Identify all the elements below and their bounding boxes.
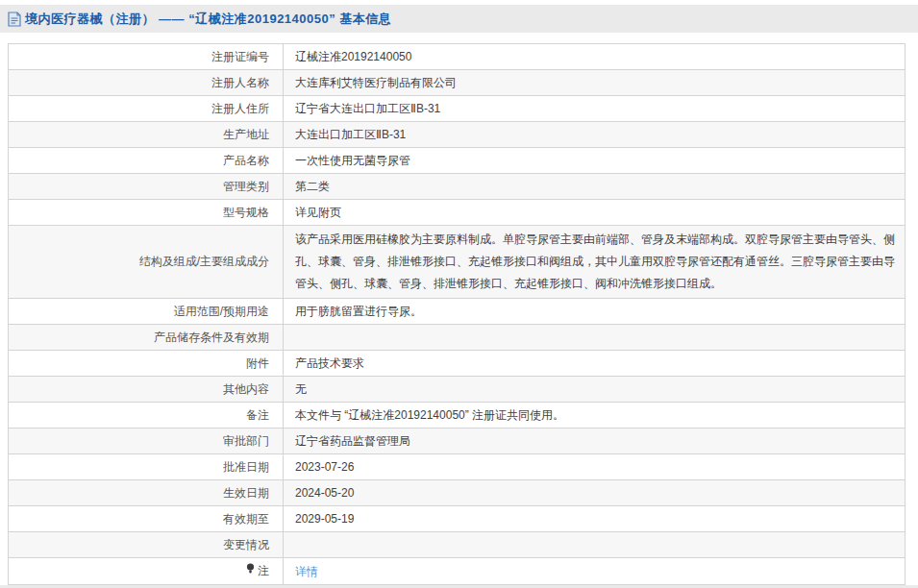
row-label: 生产地址 <box>9 122 284 148</box>
details-link[interactable]: 详情 <box>295 565 318 578</box>
row-value: 一次性使用无菌导尿管 <box>284 148 906 174</box>
table-row: 产品储存条件及有效期 <box>9 325 906 351</box>
table-row: 审批部门辽宁省药品监督管理局 <box>9 429 906 454</box>
row-label: 注册证编号 <box>9 44 284 70</box>
table-row: 型号规格详见附页 <box>9 200 906 226</box>
table-row: 产品名称一次性使用无菌导尿管 <box>9 148 906 174</box>
row-value: 2024-05-20 <box>284 480 906 506</box>
table-row: 生产地址大连出口加工区ⅡB-31 <box>9 122 906 148</box>
registration-info-table: 注册证编号辽械注准20192140050注册人名称大连库利艾特医疗制品有限公司注… <box>8 43 906 585</box>
title-bar: 境内医疗器械（注册） —— “辽械注准20192140050” 基本信息 <box>0 5 918 33</box>
table-row: 生效日期2024-05-20 <box>9 480 906 506</box>
bulb-icon <box>246 563 255 580</box>
registration-info-section: 注册证编号辽械注准20192140050注册人名称大连库利艾特医疗制品有限公司注… <box>8 43 918 585</box>
row-label: 备注 <box>9 403 284 429</box>
document-icon <box>8 12 21 27</box>
table-row: 注详情 <box>9 558 906 585</box>
row-label: 产品名称 <box>9 148 284 174</box>
row-value: 2023-07-26 <box>284 454 906 480</box>
table-row: 注册证编号辽械注准20192140050 <box>9 44 906 70</box>
row-value: 详情 <box>284 558 906 585</box>
row-label: 变更情况 <box>9 532 284 558</box>
row-label: 管理类别 <box>9 174 284 200</box>
table-row: 注册人名称大连库利艾特医疗制品有限公司 <box>9 70 906 96</box>
row-value: 产品技术要求 <box>284 351 906 377</box>
row-value <box>284 325 906 351</box>
row-label: 型号规格 <box>9 200 284 226</box>
table-row: 附件产品技术要求 <box>9 351 906 377</box>
table-row: 变更情况 <box>9 532 906 558</box>
row-label: 生效日期 <box>9 480 284 506</box>
row-value: 该产品采用医用硅橡胶为主要原料制成。单腔导尿管主要由前端部、管身及末端部构成。双… <box>284 226 906 299</box>
table-row: 结构及组成/主要组成成分该产品采用医用硅橡胶为主要原料制成。单腔导尿管主要由前端… <box>9 226 906 299</box>
table-row: 其他内容无 <box>9 377 906 403</box>
row-value: 2029-05-19 <box>284 506 906 532</box>
row-label: 结构及组成/主要组成成分 <box>9 226 284 299</box>
row-value: 第二类 <box>284 174 906 200</box>
table-row: 备注本文件与 “辽械注准20192140050” 注册证共同使用。 <box>9 403 906 429</box>
row-label: 审批部门 <box>9 429 284 454</box>
page-title: 境内医疗器械（注册） —— “辽械注准20192140050” 基本信息 <box>25 11 391 28</box>
row-value <box>284 532 906 558</box>
row-label: 注册人名称 <box>9 70 284 96</box>
row-value: 大连库利艾特医疗制品有限公司 <box>284 70 906 96</box>
row-value: 辽宁省大连出口加工区ⅡB-31 <box>284 96 906 122</box>
row-label: 注 <box>9 558 284 585</box>
row-label: 附件 <box>9 351 284 377</box>
row-label: 有效期至 <box>9 506 284 532</box>
row-label: 批准日期 <box>9 454 284 480</box>
table-row: 适用范围/预期用途用于膀胱留置进行导尿。 <box>9 299 906 325</box>
table-row: 批准日期2023-07-26 <box>9 454 906 480</box>
table-row: 注册人住所辽宁省大连出口加工区ⅡB-31 <box>9 96 906 122</box>
row-label: 适用范围/预期用途 <box>9 299 284 325</box>
row-value: 辽械注准20192140050 <box>284 44 906 70</box>
row-value: 本文件与 “辽械注准20192140050” 注册证共同使用。 <box>284 403 906 429</box>
row-label: 其他内容 <box>9 377 284 403</box>
row-value: 无 <box>284 377 906 403</box>
row-value: 用于膀胱留置进行导尿。 <box>284 299 906 325</box>
row-value: 大连出口加工区ⅡB-31 <box>284 122 906 148</box>
row-label: 注册人住所 <box>9 96 284 122</box>
table-row: 有效期至2029-05-19 <box>9 506 906 532</box>
table-row: 管理类别第二类 <box>9 174 906 200</box>
row-value: 详见附页 <box>284 200 906 226</box>
row-label: 产品储存条件及有效期 <box>9 325 284 351</box>
row-value: 辽宁省药品监督管理局 <box>284 429 906 454</box>
